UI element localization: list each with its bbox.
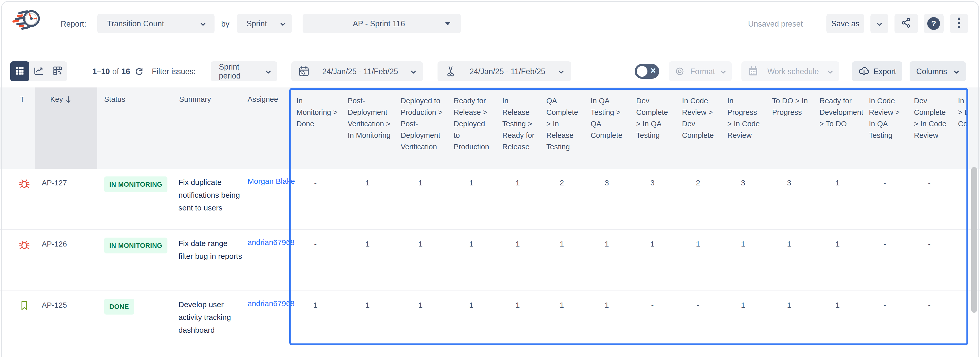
- sprint-picker-dropdown[interactable]: AP - Sprint 116: [302, 14, 461, 33]
- save-options-chevron-button[interactable]: [870, 14, 888, 33]
- assignee-header-label: Assignee: [248, 95, 278, 103]
- bug-icon: [18, 178, 30, 190]
- scissors-icon: [445, 65, 457, 77]
- chevron-down-icon: [200, 19, 206, 28]
- transition-count-cell: 1: [813, 230, 862, 290]
- transition-count-cell: -: [862, 291, 907, 352]
- work-schedule-dropdown: Work schedule: [741, 61, 839, 81]
- column-header-type[interactable]: T: [20, 95, 25, 103]
- format-dropdown: Format: [669, 61, 732, 81]
- export-button[interactable]: Export: [852, 61, 902, 81]
- format-toggle[interactable]: ×: [635, 64, 659, 79]
- header-divider: [2, 59, 978, 59]
- line-chart-icon: [33, 65, 44, 78]
- transition-values: 1111111--111--: [290, 291, 968, 352]
- transition-count-cell: -: [630, 291, 675, 352]
- column-header-assignee[interactable]: Assignee: [248, 95, 278, 103]
- transition-column-header[interactable]: In QA Testing > QA Complete: [584, 87, 630, 169]
- key-header-label: Key: [50, 95, 63, 103]
- export-label: Export: [873, 67, 896, 76]
- status-header-label: Status: [104, 95, 125, 103]
- transition-column-header[interactable]: In Progress > Dev Complete: [951, 87, 968, 169]
- transition-count-cell: -: [907, 230, 951, 290]
- transition-column-header[interactable]: In Release Testing > Ready for Release: [496, 87, 540, 169]
- chevron-down-icon: [827, 67, 833, 76]
- view-switcher: [10, 61, 67, 81]
- report-type-value: Transition Count: [107, 19, 164, 28]
- column-header-status[interactable]: Status: [104, 95, 125, 103]
- triangle-down-icon: [445, 22, 450, 25]
- table-view-button[interactable]: [10, 61, 29, 81]
- transition-count-cell: 1: [447, 291, 496, 352]
- transition-count-cell: [951, 230, 968, 290]
- transition-column-header[interactable]: In Code Review > In QA Testing: [862, 87, 907, 169]
- by-label: by: [221, 19, 229, 29]
- story-bookmark-icon: [18, 300, 30, 313]
- vertical-scrollbar-thumb[interactable]: [971, 167, 977, 313]
- report-type-dropdown[interactable]: Transition Count: [97, 14, 215, 33]
- sprint-period-date-button[interactable]: 24/Jan/25 - 11/Feb/25: [291, 61, 423, 81]
- transition-count-cell: -: [862, 230, 907, 290]
- transition-column-header[interactable]: In Code Review > Dev Complete: [675, 87, 721, 169]
- issue-key: AP-125: [42, 301, 67, 309]
- toggle-x-icon: ×: [651, 65, 656, 76]
- transition-count-cell: 3: [765, 169, 813, 229]
- sort-descending-icon: [65, 96, 71, 106]
- chevron-down-icon: [410, 67, 416, 76]
- transition-count-cell: 1: [721, 230, 765, 290]
- transition-column-header[interactable]: Dev Complete > In Code Review: [907, 87, 951, 169]
- group-by-dropdown[interactable]: Sprint: [237, 14, 292, 33]
- transition-column-header[interactable]: Ready for Release > Deployed to Producti…: [447, 87, 496, 169]
- app-logo-clock-icon: [11, 6, 43, 37]
- column-header-key[interactable]: Key: [50, 95, 71, 106]
- cloud-download-icon: [858, 65, 870, 77]
- chevron-down-icon: [877, 19, 882, 28]
- help-button[interactable]: ?: [924, 14, 943, 33]
- issue-key: AP-127: [42, 179, 67, 187]
- transition-count-cell: [951, 169, 968, 229]
- pivot-view-button[interactable]: [48, 61, 67, 81]
- transition-column-header[interactable]: In Monitoring > Done: [290, 87, 341, 169]
- transition-column-header[interactable]: Dev Complete > In QA Testing: [630, 87, 675, 169]
- transition-count-cell: 1: [630, 230, 675, 290]
- transition-count-cell: 1: [584, 230, 630, 290]
- share-button[interactable]: [894, 14, 918, 33]
- table-header-row: T Key Status Summary Assignee In Monitor…: [0, 87, 980, 169]
- transition-count-cell: 1: [675, 230, 721, 290]
- transition-count-cell: 1: [540, 230, 584, 290]
- table-row: AP-127IN MONITORINGFix duplicate notific…: [0, 169, 980, 230]
- calendar-icon: [748, 66, 759, 77]
- transition-count-cell: 1: [496, 169, 540, 229]
- save-as-label: Save as: [831, 19, 859, 28]
- calendar-clock-icon: [298, 65, 310, 77]
- transition-column-header[interactable]: Post-Deployment Verification > In Monito…: [341, 87, 394, 169]
- result-range: 1–10: [92, 67, 110, 76]
- report-label: Report:: [60, 19, 86, 29]
- filter-period-dropdown[interactable]: Sprint period: [211, 61, 277, 81]
- chart-view-button[interactable]: [29, 61, 48, 81]
- refresh-icon[interactable]: [134, 67, 144, 76]
- transition-count-cell: 1: [540, 291, 584, 352]
- transition-count-cell: 1: [447, 230, 496, 290]
- transition-count-cell: 1: [813, 291, 862, 352]
- transition-column-header[interactable]: QA Complete > In Release Testing: [540, 87, 584, 169]
- column-header-summary[interactable]: Summary: [179, 95, 211, 103]
- transition-column-header[interactable]: Ready for Development > To DO: [813, 87, 862, 169]
- of-label: of: [112, 67, 119, 76]
- transition-count-cell: 1: [496, 291, 540, 352]
- transition-count-cell: 1: [341, 169, 394, 229]
- columns-dropdown[interactable]: Columns: [910, 61, 966, 81]
- transition-count-cell: -: [907, 169, 951, 229]
- transition-column-header[interactable]: To DO > In Progress: [765, 87, 813, 169]
- pivot-table-icon: [52, 65, 63, 78]
- transition-column-header[interactable]: Deployed to Production > Post-Deployment…: [394, 87, 447, 169]
- help-icon: ?: [927, 17, 940, 30]
- issue-summary: Fix duplicate notifications being sent t…: [178, 176, 243, 214]
- more-menu-button[interactable]: [950, 14, 968, 33]
- transition-column-header[interactable]: In Progress > In Code Review: [721, 87, 765, 169]
- transition-count-cell: [951, 291, 968, 352]
- save-as-button[interactable]: Save as: [826, 14, 864, 33]
- target-icon: [675, 66, 685, 76]
- trim-period-date-button[interactable]: 24/Jan/25 - 11/Feb/25: [438, 61, 571, 81]
- transition-count-cell: 1: [394, 169, 447, 229]
